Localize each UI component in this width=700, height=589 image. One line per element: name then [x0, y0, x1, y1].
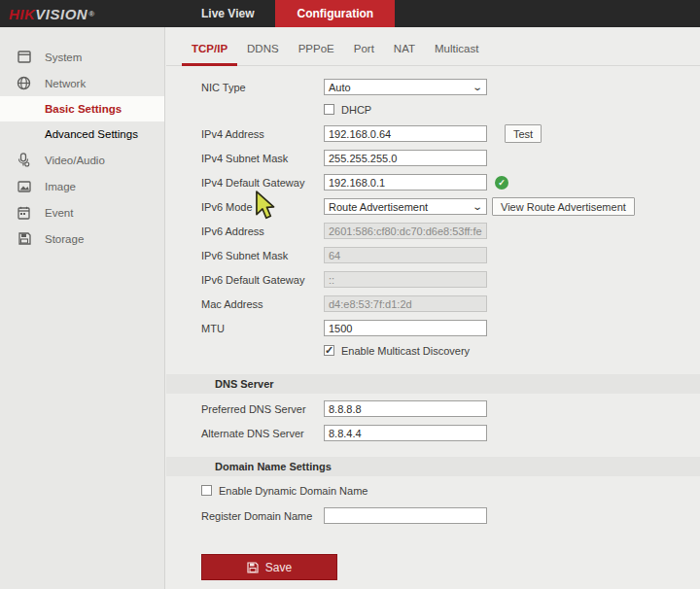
sidebar-item-network[interactable]: Network	[0, 70, 164, 96]
dhcp-label: DHCP	[341, 104, 371, 116]
sidebar-item-label: Network	[45, 78, 86, 89]
valid-check-icon: ✓	[495, 176, 508, 190]
sidebar-item-label: Event	[45, 207, 73, 219]
ipv6-default-gateway-input	[324, 271, 487, 288]
multicast-discovery-label: Enable Multicast Discovery	[341, 345, 470, 357]
ipv4-address-label: IPv4 Address	[201, 128, 324, 140]
network-icon	[17, 76, 31, 90]
sidebar-item-image[interactable]: Image	[0, 173, 164, 199]
nav-live-view[interactable]: Live View	[180, 0, 275, 27]
mtu-label: MTU	[201, 323, 324, 334]
sidebar-item-advanced-settings[interactable]: Advanced Settings	[0, 121, 164, 147]
domain-name-settings-section-header: Domain Name Settings	[166, 457, 700, 476]
logo-vision: VISION	[35, 6, 88, 22]
logo-registered-mark: ®	[88, 10, 94, 18]
hikvision-logo: HIKVISION®	[0, 0, 180, 27]
tab-ddns[interactable]: DDNS	[237, 43, 289, 66]
main-content: TCP/IP DDNS PPPoE Port NAT Multicast NIC…	[166, 27, 700, 589]
ipv4-subnet-mask-input[interactable]	[324, 150, 487, 166]
sidebar-item-label: Image	[45, 181, 76, 192]
dns-server-section-header: DNS Server	[166, 374, 700, 394]
preferred-dns-label: Preferred DNS Server	[201, 403, 324, 415]
tab-nat[interactable]: NAT	[384, 43, 425, 66]
sidebar-item-event[interactable]: Event	[0, 199, 164, 225]
ipv6-address-input	[324, 223, 487, 239]
ipv6-mode-value: Route Advertisement	[329, 201, 428, 213]
save-button-label: Save	[265, 561, 292, 574]
tab-tcpip[interactable]: TCP/IP	[182, 43, 237, 66]
ipv6-subnet-mask-label: IPv6 Subnet Mask	[201, 250, 324, 261]
top-header: HIKVISION® Live View Configuration	[0, 0, 700, 27]
ipv4-default-gateway-input[interactable]	[324, 174, 487, 191]
top-nav: Live View Configuration	[180, 0, 395, 27]
hikvision-configuration-window: HIKVISION® Live View Configuration Syste…	[0, 0, 700, 589]
preferred-dns-input[interactable]	[324, 400, 487, 417]
dynamic-domain-checkbox[interactable]	[201, 485, 212, 496]
tab-bar: TCP/IP DDNS PPPoE Port NAT Multicast	[166, 27, 700, 66]
tab-pppoe[interactable]: PPPoE	[289, 43, 344, 66]
mac-address-input	[324, 295, 487, 312]
mac-address-label: Mac Address	[201, 298, 324, 310]
ipv4-address-input[interactable]	[324, 125, 487, 142]
ipv6-default-gateway-label: IPv6 Default Gateway	[201, 274, 324, 286]
register-domain-input[interactable]	[324, 507, 487, 524]
chevron-down-icon: ⌄	[472, 202, 483, 212]
tab-port[interactable]: Port	[344, 43, 384, 66]
dhcp-checkbox[interactable]	[324, 104, 334, 115]
dynamic-domain-label: Enable Dynamic Domain Name	[219, 485, 368, 497]
tab-multicast[interactable]: Multicast	[425, 43, 488, 66]
save-button[interactable]: Save	[201, 554, 337, 580]
test-button[interactable]: Test	[505, 124, 542, 143]
ipv6-mode-label: IPv6 Mode	[201, 201, 324, 213]
sidebar-item-basic-settings[interactable]: Basic Settings	[0, 96, 164, 121]
nic-type-label: NIC Type	[201, 82, 324, 93]
system-icon	[17, 50, 31, 64]
sidebar-item-label: System	[45, 52, 82, 63]
ipv4-subnet-mask-label: IPv4 Subnet Mask	[201, 153, 324, 164]
alternate-dns-input[interactable]	[324, 425, 487, 441]
multicast-discovery-checkbox[interactable]	[324, 345, 334, 356]
image-icon	[17, 179, 31, 193]
sidebar-item-video-audio[interactable]: Video/Audio	[0, 147, 164, 173]
nic-type-value: Auto	[329, 82, 351, 93]
storage-icon	[17, 231, 31, 246]
sidebar-item-storage[interactable]: Storage	[0, 225, 164, 252]
sidebar-item-system[interactable]: System	[0, 44, 164, 70]
logo-hik: HIK	[9, 6, 35, 22]
video-audio-icon	[17, 153, 31, 167]
nav-configuration[interactable]: Configuration	[275, 0, 395, 27]
sidebar-item-label: Video/Audio	[45, 155, 105, 166]
chevron-down-icon: ⌄	[472, 83, 483, 92]
view-route-advertisement-button[interactable]: View Route Advertisement	[492, 197, 635, 216]
tcpip-form: NIC Type Auto ⌄ DHCP IPv4 Address Test I…	[166, 66, 700, 580]
nic-type-select[interactable]: Auto ⌄	[324, 79, 487, 95]
ipv4-default-gateway-label: IPv4 Default Gateway	[201, 177, 324, 189]
register-domain-label: Register Domain Name	[201, 510, 324, 522]
sidebar: System Network Basic Settings Advanced S…	[0, 27, 165, 589]
alternate-dns-label: Alternate DNS Server	[201, 428, 324, 439]
sidebar-item-label: Storage	[45, 233, 84, 245]
event-icon	[17, 205, 31, 220]
save-floppy-icon	[247, 562, 259, 573]
ipv6-subnet-mask-input	[324, 247, 487, 263]
mtu-input[interactable]	[324, 320, 487, 336]
ipv6-address-label: IPv6 Address	[201, 225, 324, 237]
ipv6-mode-select[interactable]: Route Advertisement ⌄	[324, 198, 487, 215]
